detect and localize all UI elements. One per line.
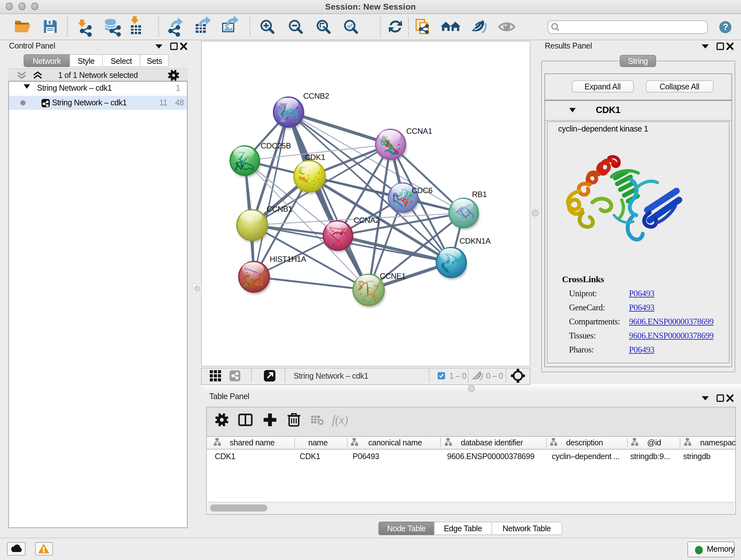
svg-text:@id: @id (647, 438, 661, 447)
svg-text:CCNA2: CCNA2 (354, 215, 380, 224)
svg-text:CDC6: CDC6 (412, 186, 432, 194)
svg-text:description: description (566, 438, 603, 447)
svg-text:namespac: namespac (700, 438, 735, 447)
svg-text:1 – 0: 1 – 0 (449, 371, 466, 380)
svg-text:name: name (308, 438, 327, 447)
svg-text:CDK1: CDK1 (305, 152, 325, 161)
svg-text:f(x): f(x) (332, 413, 348, 427)
svg-text:CDC25B: CDC25B (261, 141, 291, 150)
svg-text:String Network – cdk1: String Network – cdk1 (293, 371, 368, 380)
svg-text:database identifier: database identifier (461, 438, 523, 447)
svg-text:CCNA1: CCNA1 (406, 126, 432, 135)
svg-text:HIST1H1A: HIST1H1A (270, 254, 307, 263)
svg-text:CCNB2: CCNB2 (303, 91, 329, 100)
svg-text:CDKN1A: CDKN1A (460, 236, 491, 245)
svg-text:canonical name: canonical name (368, 438, 421, 447)
svg-text:0 – 0: 0 – 0 (486, 371, 503, 380)
svg-text:CCNE1: CCNE1 (380, 271, 406, 280)
svg-text:RB1: RB1 (472, 190, 487, 198)
svg-text:shared name: shared name (229, 438, 274, 447)
svg-text:CCNB1: CCNB1 (266, 204, 292, 213)
